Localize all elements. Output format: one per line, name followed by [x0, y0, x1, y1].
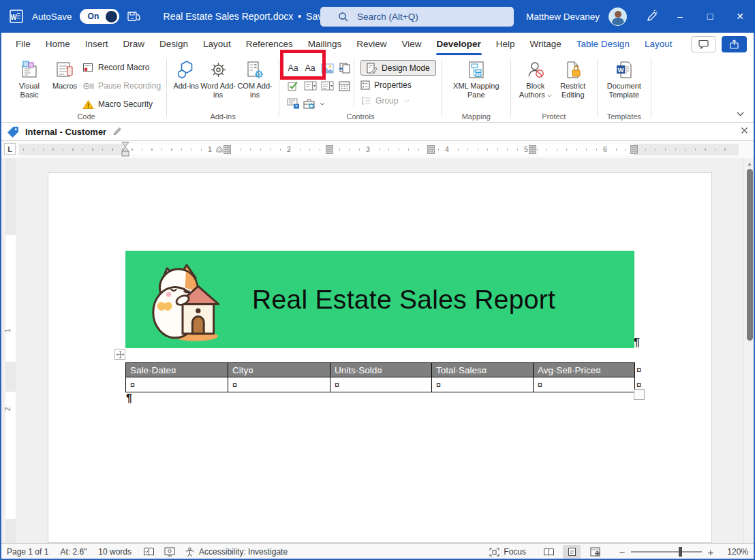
repeating-section-content-control[interactable]: [285, 95, 301, 112]
comments-button[interactable]: [691, 36, 716, 52]
header-cell-city[interactable]: City¤: [228, 363, 330, 377]
table-column-marker[interactable]: [630, 145, 638, 154]
close-sensitivity-bar-icon[interactable]: [740, 126, 749, 135]
word-addins-button[interactable]: Word Add-ins: [200, 57, 236, 111]
report-banner[interactable]: Real Estate Sales Report: [125, 251, 634, 348]
cursor-position[interactable]: At: 2.6": [60, 547, 87, 557]
header-cell-units-sold[interactable]: Units·Sold¤: [330, 363, 432, 377]
dropdown-list-content-control[interactable]: [319, 78, 335, 94]
tab-file[interactable]: File: [8, 33, 38, 55]
table-cell[interactable]: ¤: [534, 377, 635, 392]
scrollbar-thumb[interactable]: [747, 169, 753, 341]
visual-basic-button[interactable]: Visual Basic: [12, 57, 47, 111]
com-addins-button[interactable]: COM Add-ins: [236, 57, 273, 111]
zoom-slider[interactable]: [631, 551, 702, 553]
word-count[interactable]: 10 words: [98, 547, 132, 557]
table-column-marker[interactable]: [326, 145, 333, 154]
hanging-indent-marker[interactable]: [216, 146, 223, 153]
print-layout-button[interactable]: [563, 545, 581, 559]
document-page[interactable]: Real Estate Sales Report ¶ Sale·Date¤ Ci…: [48, 172, 712, 543]
header-cell-avg-sell-price[interactable]: Avg·Sell·Price¤: [534, 363, 635, 377]
tab-table-design[interactable]: Table Design: [569, 33, 637, 55]
block-authors-button[interactable]: Block Authors: [517, 57, 555, 111]
share-button[interactable]: [722, 36, 747, 52]
tab-view[interactable]: View: [394, 33, 429, 55]
addins-button[interactable]: Add-ins: [172, 57, 200, 111]
word-app-icon[interactable]: W: [8, 8, 25, 25]
tab-draw[interactable]: Draw: [116, 33, 153, 55]
document-template-button[interactable]: W Document Template: [603, 57, 645, 111]
collapse-ribbon-icon[interactable]: [737, 112, 744, 116]
scroll-up-arrow[interactable]: ▲: [744, 159, 755, 168]
proofing-status-icon[interactable]: [143, 547, 155, 557]
table-resize-handle[interactable]: [634, 389, 645, 400]
macros-button[interactable]: Macros: [47, 57, 82, 111]
macro-security-button[interactable]: Macro Security: [82, 98, 161, 110]
autosave-toggle[interactable]: On: [80, 9, 119, 24]
ruler-number: 2: [286, 145, 292, 153]
combo-box-content-control[interactable]: [302, 78, 318, 94]
document-title[interactable]: Real Estate Sales Report.docx • Saved: [164, 11, 346, 22]
design-mode-icon: [367, 63, 378, 74]
properties-button[interactable]: Properties: [360, 79, 436, 91]
read-mode-button[interactable]: [540, 545, 557, 559]
rich-text-content-control[interactable]: Aa: [285, 60, 301, 76]
ribbon-group-controls: Aa Aa Design Mode Properties Group: [280, 57, 441, 122]
edit-sensitivity-icon[interactable]: [112, 127, 122, 136]
table-column-marker[interactable]: [529, 145, 536, 154]
tab-table-layout[interactable]: Layout: [637, 33, 680, 55]
design-mode-button[interactable]: Design Mode: [360, 60, 436, 76]
table-cell[interactable]: ¤: [432, 377, 534, 392]
plain-text-content-control[interactable]: Aa: [302, 60, 318, 76]
xml-mapping-pane-button[interactable]: XML Mapping Pane: [448, 57, 505, 111]
tab-layout[interactable]: Layout: [196, 33, 238, 55]
tab-design[interactable]: Design: [152, 33, 196, 55]
minimize-button[interactable]: –: [665, 0, 695, 33]
cat-house-logo[interactable]: [150, 257, 224, 343]
user-avatar[interactable]: [608, 7, 627, 26]
accessibility-status[interactable]: Accessibility: Investigate: [185, 547, 288, 557]
tab-writage[interactable]: Writage: [523, 33, 569, 55]
macro-status-icon[interactable]: [164, 547, 175, 557]
checkbox-content-control[interactable]: [285, 78, 301, 94]
header-cell-sale-date[interactable]: Sale·Date¤: [126, 363, 228, 377]
building-block-gallery-control[interactable]: [336, 60, 352, 76]
record-macro-button[interactable]: Record Macro: [82, 61, 161, 74]
tab-mailings[interactable]: Mailings: [301, 33, 350, 55]
restrict-editing-button[interactable]: Restrict Editing: [555, 57, 591, 111]
tab-review[interactable]: Review: [349, 33, 394, 55]
search-input[interactable]: Search (Alt+Q): [320, 7, 514, 27]
zoom-out-button[interactable]: −: [616, 546, 628, 558]
ruler-row: L 1 2 3 4 5 6: [0, 141, 755, 158]
tab-references[interactable]: References: [238, 33, 301, 55]
editor-pen-icon[interactable]: [638, 0, 665, 33]
save-icon[interactable]: [127, 10, 141, 23]
date-picker-content-control[interactable]: [336, 78, 352, 94]
tab-help[interactable]: Help: [489, 33, 523, 55]
picture-content-control[interactable]: [319, 60, 335, 76]
header-cell-total-sales[interactable]: Total·Sales¤: [432, 363, 534, 377]
maximize-button[interactable]: □: [695, 0, 725, 33]
table-column-marker[interactable]: [427, 145, 435, 154]
web-layout-button[interactable]: [586, 545, 604, 559]
user-name[interactable]: Matthew Devaney: [526, 12, 600, 22]
search-placeholder: Search (Alt+Q): [357, 12, 418, 22]
close-button[interactable]: ✕: [725, 0, 755, 33]
tab-insert[interactable]: Insert: [78, 33, 116, 55]
tab-stop-selector[interactable]: L: [4, 143, 16, 155]
report-title[interactable]: Real Estate Sales Report: [252, 251, 555, 348]
table-column-marker[interactable]: [224, 145, 231, 154]
table-cell[interactable]: ¤: [330, 377, 432, 392]
focus-mode-button[interactable]: Focus: [489, 547, 526, 557]
zoom-slider-thumb[interactable]: [679, 547, 682, 557]
table-cell[interactable]: ¤: [126, 377, 228, 392]
zoom-in-button[interactable]: +: [705, 546, 717, 558]
indent-marker[interactable]: [121, 142, 129, 158]
table-move-handle[interactable]: [114, 349, 125, 360]
page-count[interactable]: Page 1 of 1: [7, 547, 48, 557]
tab-home[interactable]: Home: [38, 33, 78, 55]
tab-developer[interactable]: Developer: [429, 33, 489, 55]
legacy-tools-button[interactable]: [302, 95, 326, 112]
table-cell[interactable]: ¤: [228, 377, 330, 392]
zoom-level[interactable]: 120%: [724, 547, 748, 557]
